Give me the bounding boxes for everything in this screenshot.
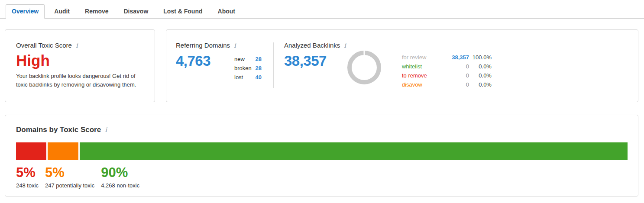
legend-row-to-remove: to remove 0 0.0%	[402, 71, 492, 80]
stat-value[interactable]: 40	[256, 73, 262, 82]
tab-overview[interactable]: Overview	[6, 4, 45, 19]
stat-value[interactable]: 28	[256, 55, 262, 64]
analyzed-backlinks-section: Analyzed Backlinks i 38,357 for review 3…	[274, 42, 638, 102]
non-toxic-label-block: 90% 4,268 non-toxic	[101, 165, 139, 189]
non-toxic-percent: 90%	[101, 165, 139, 180]
potentially-toxic-label-block: 5% 247 potentially toxic	[45, 165, 94, 189]
backlinks-legend: for review 38,357 100.0% whitelist 0 0.0…	[402, 53, 492, 89]
stat-broken: broken 28	[234, 64, 262, 73]
toxic-bar-segment[interactable]	[16, 142, 46, 160]
referring-domains-stats: new 28 broken 28 lost 40	[234, 55, 262, 82]
toxic-score-description: Your backlink profile looks dangerous! G…	[16, 72, 144, 89]
toxic-label-block: 5% 248 toxic	[16, 165, 39, 189]
stat-label: new	[234, 55, 245, 64]
tab-disavow[interactable]: Disavow	[118, 5, 154, 18]
legend-row-whitelist: whitelist 0 0.0%	[402, 62, 492, 71]
toxic-score-stacked-bar	[16, 142, 628, 160]
analyzed-backlinks-total: 38,357	[284, 54, 327, 89]
legend-label: whitelist	[402, 62, 443, 71]
domains-by-toxic-score-card: Domains by Toxic Score i 5% 248 toxic 5%…	[5, 115, 638, 197]
legend-row-for-review: for review 38,357 100.0%	[402, 53, 492, 62]
legend-value[interactable]: 0	[443, 71, 469, 80]
tab-remove[interactable]: Remove	[79, 5, 114, 18]
legend-value[interactable]: 0	[443, 62, 469, 71]
toxic-bar-segment[interactable]	[48, 142, 78, 160]
domains-by-toxic-score-title: Domains by Toxic Score	[16, 126, 101, 134]
potentially-toxic-percent: 5%	[45, 165, 94, 180]
toxic-score-value: High	[16, 52, 144, 69]
donut-gap	[363, 51, 365, 55]
info-icon[interactable]: i	[234, 42, 236, 49]
stat-label: lost	[234, 73, 243, 82]
stat-lost: lost 40	[234, 73, 262, 82]
tab-lost-and-found[interactable]: Lost & Found	[158, 5, 208, 18]
toxic-score-labels: 5% 248 toxic 5% 247 potentially toxic 90…	[16, 165, 628, 189]
stat-label: broken	[234, 64, 252, 73]
stat-value[interactable]: 28	[256, 64, 262, 73]
info-icon[interactable]: i	[344, 42, 346, 49]
legend-label: for review	[402, 53, 443, 62]
legend-label: to remove	[402, 71, 443, 80]
tab-audit[interactable]: Audit	[49, 5, 75, 18]
info-icon[interactable]: i	[76, 42, 78, 49]
legend-value[interactable]: 0	[443, 80, 469, 89]
referring-domains-title: Referring Domains	[176, 42, 230, 49]
non-toxic-count: 4,268 non-toxic	[101, 182, 139, 189]
overall-toxic-score-card: Overall Toxic Score i High Your backlink…	[5, 29, 155, 102]
backlinks-donut-chart	[347, 51, 381, 84]
legend-percent: 100.0%	[469, 53, 492, 62]
legend-label: disavow	[402, 80, 443, 89]
analyzed-backlinks-title: Analyzed Backlinks	[284, 42, 340, 49]
potentially-toxic-count: 247 potentially toxic	[45, 182, 94, 189]
legend-value[interactable]: 38,357	[443, 53, 469, 62]
referring-domains-total: 4,763	[176, 54, 210, 82]
toxic-count: 248 toxic	[16, 182, 39, 189]
legend-percent: 0.0%	[469, 80, 492, 89]
summary-row: Overall Toxic Score i High Your backlink…	[5, 29, 638, 102]
tab-about[interactable]: About	[212, 5, 241, 18]
toxic-bar-segment[interactable]	[80, 142, 628, 160]
info-icon[interactable]: i	[105, 126, 107, 134]
toxic-percent: 5%	[16, 165, 39, 180]
overall-toxic-score-title: Overall Toxic Score	[16, 42, 72, 49]
legend-percent: 0.0%	[469, 62, 492, 71]
tab-bar: Overview Audit Remove Disavow Lost & Fou…	[0, 0, 644, 19]
legend-percent: 0.0%	[469, 71, 492, 80]
backlinks-summary-card: Referring Domains i 4,763 new 28 broken …	[166, 29, 638, 102]
stat-new: new 28	[234, 55, 262, 64]
legend-row-disavow: disavow 0 0.0%	[402, 80, 492, 89]
referring-domains-section: Referring Domains i 4,763 new 28 broken …	[166, 42, 273, 102]
